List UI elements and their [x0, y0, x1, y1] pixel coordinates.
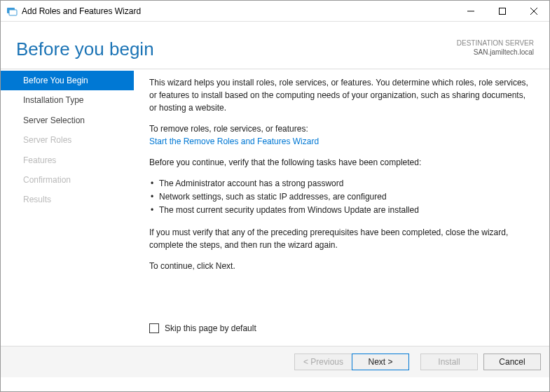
sidebar-item-server-roles: Server Roles	[1, 130, 134, 150]
destination-server: SAN.jamiltech.local	[457, 48, 534, 57]
titlebar: Add Roles and Features Wizard	[1, 1, 549, 22]
sidebar-item-server-selection[interactable]: Server Selection	[1, 111, 134, 130]
sidebar-item-features: Features	[1, 150, 134, 170]
app-icon	[6, 6, 18, 17]
header: Before you begin DESTINATION SERVER SAN.…	[1, 22, 549, 69]
page-title: Before you begin	[16, 38, 154, 60]
main-panel: This wizard helps you install roles, rol…	[134, 69, 549, 346]
cancel-button[interactable]: Cancel	[483, 354, 541, 370]
close-button[interactable]	[518, 1, 549, 22]
list-item: The most current security updates from W…	[149, 204, 534, 217]
install-button: Install	[420, 354, 478, 370]
continue-text: To continue, click Next.	[149, 260, 534, 272]
svg-rect-3	[499, 8, 505, 14]
skip-row: Skip this page by default	[149, 322, 534, 339]
nav-button-pair: < Previous Next >	[294, 354, 420, 370]
next-button[interactable]: Next >	[352, 354, 409, 370]
window-title: Add Roles and Features Wizard	[22, 6, 455, 16]
content-area: Before You Begin Installation Type Serve…	[1, 69, 549, 346]
list-item: Network settings, such as static IP addr…	[149, 190, 534, 204]
maximize-button[interactable]	[486, 1, 518, 22]
destination-label: DESTINATION SERVER	[457, 38, 534, 48]
prerequisites-list: The Administrator account has a strong p…	[149, 177, 534, 218]
remove-block: To remove roles, role services, or featu…	[149, 122, 534, 148]
skip-checkbox[interactable]	[149, 323, 159, 333]
verify-label: Before you continue, verify that the fol…	[149, 156, 534, 169]
sidebar-item-results: Results	[1, 190, 134, 209]
sidebar-item-before-you-begin[interactable]: Before You Begin	[1, 71, 134, 90]
intro-text: This wizard helps you install roles, rol…	[149, 76, 534, 114]
svg-rect-1	[9, 10, 17, 15]
sidebar: Before You Begin Installation Type Serve…	[1, 69, 134, 346]
sidebar-item-installation-type[interactable]: Installation Type	[1, 90, 134, 110]
skip-label: Skip this page by default	[165, 322, 256, 335]
window-controls	[455, 1, 549, 22]
button-bar: < Previous Next > Install Cancel	[1, 346, 549, 377]
sidebar-item-confirmation: Confirmation	[1, 170, 134, 190]
previous-button: < Previous	[294, 354, 352, 370]
verify-text-2: If you must verify that any of the prece…	[149, 226, 534, 251]
remove-wizard-link[interactable]: Start the Remove Roles and Features Wiza…	[149, 136, 319, 146]
list-item: The Administrator account has a strong p…	[149, 177, 534, 190]
minimize-button[interactable]	[455, 1, 486, 22]
remove-label: To remove roles, role services, or featu…	[149, 124, 308, 134]
destination-info: DESTINATION SERVER SAN.jamiltech.local	[457, 38, 534, 57]
